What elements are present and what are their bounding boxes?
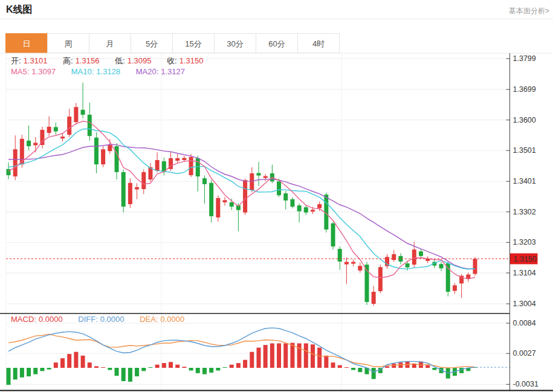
macd-axis-label: 0.0027: [513, 349, 536, 358]
candle: [202, 178, 207, 184]
macd-bar: [148, 367, 152, 368]
candle: [54, 127, 58, 131]
last-price-value: 1.3150: [514, 255, 537, 263]
ma5-line: [8, 121, 475, 279]
macd-bar: [175, 365, 179, 368]
macd-bar: [432, 368, 436, 370]
candle: [33, 143, 37, 145]
candle: [223, 200, 227, 202]
macd-bar: [202, 368, 207, 374]
candle: [60, 137, 65, 138]
candle: [344, 262, 349, 265]
candle: [141, 172, 146, 189]
candle: [94, 138, 99, 164]
macd-bar: [108, 368, 112, 370]
macd-bar: [121, 368, 126, 381]
candle: [419, 251, 423, 256]
candle: [209, 183, 213, 216]
candle: [473, 259, 477, 274]
macd-bar: [88, 362, 92, 368]
candle: [182, 158, 186, 160]
y-axis-label: 1.3302: [513, 208, 536, 216]
macd-bar: [216, 368, 220, 370]
macd-axis-label: 0.0084: [513, 319, 536, 327]
candle: [81, 110, 85, 115]
candle: [351, 262, 355, 264]
candle: [121, 172, 126, 207]
candle: [290, 199, 294, 207]
candle: [378, 267, 383, 291]
macd-bar: [27, 368, 31, 376]
candle: [453, 285, 457, 291]
candle: [466, 274, 470, 278]
macd-bar: [290, 343, 294, 368]
macd-bar: [189, 368, 193, 370]
candle: [189, 157, 193, 175]
macd-bar: [256, 348, 260, 368]
candle: [74, 107, 78, 122]
macd-bar: [7, 368, 11, 385]
macd-bar: [67, 354, 71, 368]
macd-bar: [13, 368, 18, 379]
macd-bar: [270, 343, 274, 368]
candle: [128, 183, 132, 204]
macd-bar: [169, 362, 173, 368]
macd-bar: [94, 366, 99, 368]
candle: [256, 173, 260, 175]
candle: [297, 205, 302, 211]
macd-bar: [331, 362, 335, 368]
macd-bar: [115, 368, 119, 376]
macd-bar: [128, 368, 132, 382]
macd-bar: [141, 368, 146, 371]
macd-bar: [311, 344, 315, 368]
macd-bar: [33, 368, 37, 374]
candle: [88, 115, 92, 136]
candle: [27, 141, 31, 146]
macd-bar: [351, 368, 355, 370]
y-axis-label: 1.3401: [513, 177, 536, 185]
candle: [216, 198, 220, 217]
macd-bar: [317, 348, 322, 368]
macd-bar: [223, 367, 227, 368]
ma20-line: [8, 144, 475, 269]
macd-bar: [182, 367, 186, 368]
candle: [304, 207, 308, 213]
macd-bar: [304, 343, 308, 368]
candle: [425, 259, 430, 261]
candle: [250, 173, 254, 190]
candle: [338, 249, 342, 262]
y-axis-label: 1.3600: [513, 116, 536, 124]
candle: [311, 210, 315, 211]
kline-chart[interactable]: 1.37991.36991.36001.35011.34011.33021.32…: [0, 0, 553, 392]
candle: [412, 249, 416, 265]
macd-bar: [155, 365, 160, 368]
kline-page: K线图 基本面分析> 日周月5分15分30分60分4时 1.37991.3699…: [0, 0, 553, 392]
candle: [13, 149, 18, 176]
ma10-line: [8, 129, 475, 269]
candle: [155, 160, 160, 171]
candle: [283, 193, 288, 201]
candle: [47, 127, 51, 133]
macd-bar: [425, 365, 430, 368]
y-axis-label: 1.3799: [513, 54, 536, 63]
candle: [392, 254, 396, 260]
macd-bar: [324, 356, 328, 368]
macd-bar: [358, 368, 362, 372]
macd-bar: [209, 368, 213, 373]
candle: [331, 223, 335, 246]
macd-bar: [196, 368, 200, 373]
macd-bar: [20, 368, 24, 378]
macd-bar: [392, 364, 396, 368]
macd-bar: [162, 363, 166, 368]
macd-bar: [40, 368, 44, 371]
candle: [439, 264, 444, 268]
candle: [406, 263, 410, 268]
macd-bar: [101, 367, 105, 368]
candle: [230, 202, 234, 207]
macd-bar: [47, 368, 51, 370]
candle: [175, 158, 179, 161]
macd-bar: [297, 343, 302, 368]
diff-line: [8, 328, 475, 373]
macd-bar: [277, 343, 281, 368]
candle: [67, 117, 71, 135]
